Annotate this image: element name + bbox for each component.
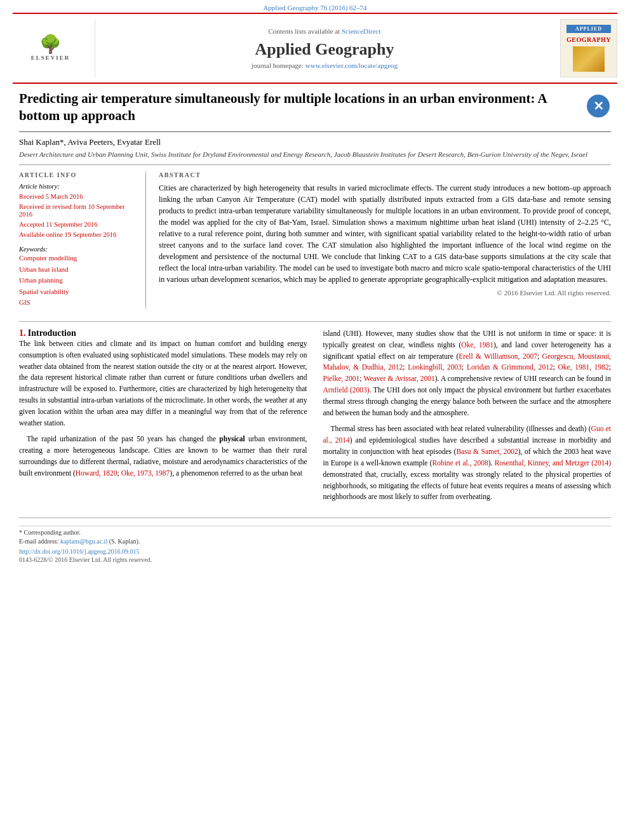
article-info-col: ARTICLE INFO Article history: Received 5… [19, 171, 146, 309]
tree-icon: 🌳 [39, 36, 62, 53]
body-section: 1. Introduction The link between cities … [19, 321, 611, 508]
elsevier-logo: 🌳 ELSEVIER [16, 31, 86, 66]
journal-header: 🌳 ELSEVIER Contents lists available at S… [13, 13, 617, 84]
body-two-col: 1. Introduction The link between cities … [19, 328, 611, 508]
crossmark-badge: ✕ [586, 93, 611, 119]
ref-loridan[interactable]: Loridan & Grimmond, 2012 [467, 363, 553, 371]
citation-text: Applied Geography 76 (2016) 62–74 [263, 4, 366, 11]
ref-lookingbill[interactable]: Lookingbill, 2003 [408, 363, 462, 371]
ref-guo[interactable]: Guo et al., 2014 [323, 425, 612, 444]
right-para1: island (UHI). However, many studies show… [323, 328, 612, 419]
issn-line: 0143-6228/© 2016 Elsevier Ltd. All right… [19, 556, 611, 563]
ref-rosenthal[interactable]: Rosenthal, Kinney, and Metzger (2014) [495, 459, 611, 467]
received-revised-text: Received in revised form 10 September 20… [19, 203, 125, 218]
info-abstract-section: ARTICLE INFO Article history: Received 5… [19, 164, 611, 309]
citation-bar: Applied Geography 76 (2016) 62–74 [0, 0, 630, 13]
keyword-5: GIS [19, 297, 136, 309]
crossmark-circle: ✕ [587, 95, 610, 117]
corresponding-text: * Corresponding author. [19, 529, 81, 536]
keyword-4: Spatial variability [19, 286, 136, 298]
elsevier-wordmark: ELSEVIER [31, 55, 70, 61]
ref-weaver[interactable]: Weaver & Avissar, 2001 [363, 375, 434, 382]
footer-divider [19, 526, 611, 526]
article-info-header: ARTICLE INFO [19, 171, 136, 178]
article-title-section: Predicting air temperature simultaneousl… [19, 90, 611, 132]
intro-para1: The link between cities and climate and … [19, 338, 307, 429]
email-label: E-mail address: [19, 538, 58, 545]
badge-top-text: Applied [566, 25, 611, 33]
journal-title: Applied Geography [255, 40, 394, 59]
ref-oke-1981[interactable]: Oke, 1981 [461, 341, 493, 349]
email-link[interactable]: kaplans@bgu.ac.il [60, 538, 107, 545]
homepage-url[interactable]: www.elsevier.com/locate/apgeog [305, 62, 398, 69]
ref-oke2[interactable]: Oke, 1981, 1982 [558, 363, 609, 371]
crossmark-icon: ✕ [593, 98, 604, 114]
doi-link[interactable]: http://dx.doi.org/10.1016/j.apgeog.2016.… [19, 548, 140, 555]
badge-image [573, 46, 605, 72]
body-left-col: 1. Introduction The link between cities … [19, 328, 307, 508]
article-container: Predicting air temperature simultaneousl… [19, 84, 611, 573]
abstract-header: ABSTRACT [159, 171, 611, 178]
section-heading: 1. Introduction [19, 328, 307, 338]
author-names: Shai Kaplan*, Aviva Peeters, Evyatar Ere… [19, 137, 161, 147]
history-label: Article history: [19, 182, 136, 190]
keyword-3: Urban planning [19, 275, 136, 286]
section-title: Introduction [28, 328, 76, 338]
journal-badge-area: Applied GEOGRAPHY [560, 19, 617, 77]
authors-line: Shai Kaplan*, Aviva Peeters, Evyatar Ere… [19, 137, 611, 147]
received-revised-date: Received in revised form 10 September 20… [19, 203, 136, 218]
email-footnote: E-mail address: kaplans@bgu.ac.il (S. Ka… [19, 538, 611, 545]
keywords-section: Keywords: Computer modelling Urban heat … [19, 246, 136, 309]
ref-basu[interactable]: Basu & Samet, 2002 [456, 448, 518, 455]
copyright-line: © 2016 Elsevier Ltd. All rights reserved… [159, 289, 611, 297]
ref-pielke[interactable]: Pielke, 2001 [323, 375, 360, 382]
keyword-1: Computer modelling [19, 253, 136, 264]
right-para2: Thermal stress has been associated with … [323, 423, 612, 503]
doi-line: http://dx.doi.org/10.1016/j.apgeog.2016.… [19, 548, 611, 555]
history-label-text: Article history: [19, 183, 60, 190]
ref-arnfield[interactable]: Arnfield (2003) [323, 386, 370, 394]
ref-howard[interactable]: Howard, 1820 [76, 469, 117, 477]
section-number: 1. [19, 328, 26, 338]
available-date-text: Available online 19 September 2016 [19, 231, 116, 238]
ref-erell[interactable]: Erell & Williamson, 2007 [459, 352, 537, 360]
sciencedirect-line: Contents lists available at ScienceDirec… [268, 27, 380, 35]
keyword-2: Urban heat island [19, 264, 136, 276]
right-body-text: island (UHI). However, many studies show… [323, 328, 612, 503]
intro-para2: The rapid urbanization of the past 50 ye… [19, 434, 307, 479]
accepted-date: Accepted 11 September 2016 [19, 220, 136, 228]
email-name: (S. Kaplan). [109, 538, 140, 545]
intro-body-text: The link between cities and climate and … [19, 338, 307, 479]
affiliation: Desert Architecture and Urban Planning U… [19, 150, 611, 159]
journal-badge: Applied GEOGRAPHY [561, 20, 616, 77]
homepage-line: journal homepage: www.elsevier.com/locat… [251, 62, 398, 69]
received-date: Received 5 March 2016 [19, 192, 136, 200]
accepted-date-text: Accepted 11 September 2016 [19, 221, 98, 228]
keywords-label: Keywords: [19, 246, 136, 253]
corresponding-note: * Corresponding author. [19, 529, 611, 536]
body-right-col: island (UHI). However, many studies show… [323, 328, 612, 508]
ref-robine[interactable]: Robine et al., 2008 [432, 459, 488, 467]
page-container: Applied Geography 76 (2016) 62–74 🌳 ELSE… [0, 0, 630, 573]
available-date: Available online 19 September 2016 [19, 230, 136, 238]
article-title: Predicting air temperature simultaneousl… [19, 90, 586, 125]
elsevier-logo-area: 🌳 ELSEVIER [13, 19, 95, 77]
badge-title-text: GEOGRAPHY [566, 36, 611, 44]
footer-section: * Corresponding author. E-mail address: … [19, 517, 611, 566]
abstract-col: ABSTRACT Cities are characterized by hig… [159, 171, 611, 309]
received-date-text: Received 5 March 2016 [19, 193, 83, 200]
journal-header-center: Contents lists available at ScienceDirec… [95, 19, 554, 77]
sciencedirect-link[interactable]: ScienceDirect [342, 27, 381, 35]
ref-oke1[interactable]: Oke, 1973, 1987 [121, 469, 170, 477]
abstract-text: Cities are characterized by high heterog… [159, 182, 611, 285]
